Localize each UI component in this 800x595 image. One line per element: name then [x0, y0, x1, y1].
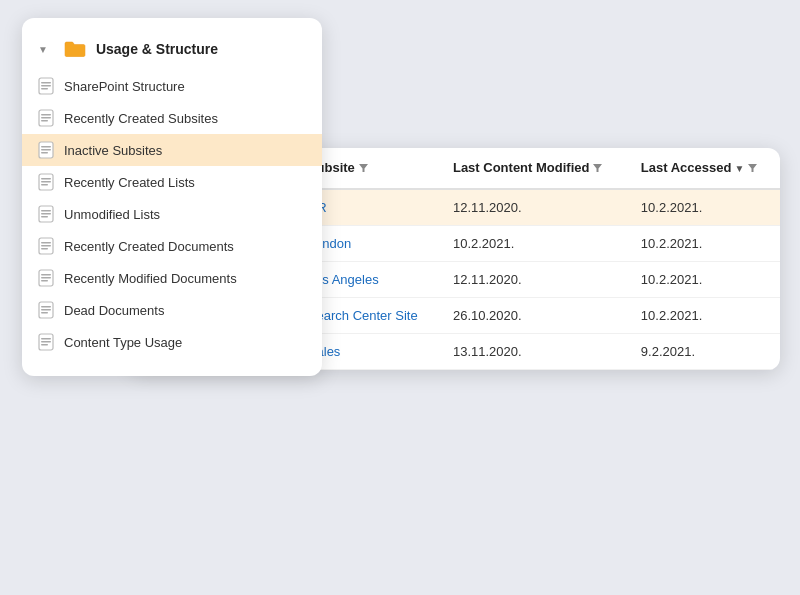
doc-icon: [38, 77, 54, 95]
sidebar-item-label: SharePoint Structure: [64, 79, 185, 94]
cell-last-content-modified: 12.11.2020.: [439, 189, 627, 226]
doc-icon: [38, 301, 54, 319]
cell-last-accessed: 9.2.2021.: [627, 334, 780, 370]
svg-rect-17: [41, 210, 51, 212]
svg-rect-29: [41, 306, 51, 308]
svg-rect-3: [41, 88, 48, 90]
col-label: Last Accessed: [641, 160, 732, 175]
svg-rect-7: [41, 120, 48, 122]
svg-rect-27: [41, 280, 48, 282]
svg-rect-23: [41, 248, 48, 250]
doc-icon: [38, 237, 54, 255]
svg-rect-19: [41, 216, 48, 218]
sidebar-item-label: Inactive Subsites: [64, 143, 162, 158]
sidebar-item-label: Recently Created Documents: [64, 239, 234, 254]
sidebar-item-unmodified-lists[interactable]: Unmodified Lists: [22, 198, 322, 230]
doc-icon: [38, 205, 54, 223]
sidebar-item-recently-created-lists[interactable]: Recently Created Lists: [22, 166, 322, 198]
svg-rect-35: [41, 344, 48, 346]
sidebar-item-label: Recently Created Lists: [64, 175, 195, 190]
sidebar-title: Usage & Structure: [96, 41, 218, 57]
doc-icon: [38, 141, 54, 159]
svg-rect-11: [41, 152, 48, 154]
sidebar-item-recently-created-documents[interactable]: Recently Created Documents: [22, 230, 322, 262]
sidebar-item-label: Recently Modified Documents: [64, 271, 237, 286]
svg-rect-30: [41, 309, 51, 311]
col-header-last-accessed[interactable]: Last Accessed▼: [627, 148, 780, 189]
sidebar-item-label: Dead Documents: [64, 303, 164, 318]
svg-rect-6: [41, 117, 51, 119]
sidebar-panel: ▼ Usage & Structure SharePoint Structure…: [22, 18, 322, 376]
svg-rect-13: [41, 178, 51, 180]
doc-icon: [38, 109, 54, 127]
col-header-last-content-modified[interactable]: Last Content Modified: [439, 148, 627, 189]
sidebar-header: ▼ Usage & Structure: [22, 36, 322, 70]
svg-rect-14: [41, 181, 51, 183]
svg-rect-22: [41, 245, 51, 247]
filter-icon[interactable]: [592, 161, 603, 176]
sidebar-item-sharepoint-structure[interactable]: SharePoint Structure: [22, 70, 322, 102]
sidebar-items-container: SharePoint Structure Recently Created Su…: [22, 70, 322, 358]
sort-down-icon[interactable]: ▼: [734, 163, 744, 174]
cell-last-content-modified: 12.11.2020.: [439, 262, 627, 298]
sidebar-item-recently-modified-documents[interactable]: Recently Modified Documents: [22, 262, 322, 294]
svg-marker-38: [593, 164, 602, 172]
svg-rect-2: [41, 85, 51, 87]
cell-last-accessed: 10.2.2021.: [627, 298, 780, 334]
doc-icon: [38, 173, 54, 191]
svg-marker-37: [359, 164, 368, 172]
cell-last-content-modified: 13.11.2020.: [439, 334, 627, 370]
doc-icon: [38, 333, 54, 351]
svg-rect-10: [41, 149, 51, 151]
svg-rect-18: [41, 213, 51, 215]
sidebar-item-label: Content Type Usage: [64, 335, 182, 350]
svg-rect-1: [41, 82, 51, 84]
svg-rect-33: [41, 338, 51, 340]
svg-rect-5: [41, 114, 51, 116]
subsite-link[interactable]: Search Center Site: [308, 308, 418, 323]
svg-rect-15: [41, 184, 48, 186]
sidebar-item-label: Unmodified Lists: [64, 207, 160, 222]
doc-icon: [38, 269, 54, 287]
svg-rect-21: [41, 242, 51, 244]
filter-icon[interactable]: [358, 161, 369, 176]
cell-last-accessed: 10.2.2021.: [627, 189, 780, 226]
sidebar-item-recently-created-subsites[interactable]: Recently Created Subsites: [22, 102, 322, 134]
svg-rect-25: [41, 274, 51, 276]
chevron-icon: ▼: [38, 44, 48, 55]
svg-marker-39: [748, 164, 757, 172]
svg-rect-26: [41, 277, 51, 279]
sidebar-item-inactive-subsites[interactable]: Inactive Subsites: [22, 134, 322, 166]
folder-icon: [64, 40, 86, 58]
sidebar-item-dead-documents[interactable]: Dead Documents: [22, 294, 322, 326]
sidebar-item-label: Recently Created Subsites: [64, 111, 218, 126]
cell-last-accessed: 10.2.2021.: [627, 226, 780, 262]
svg-rect-9: [41, 146, 51, 148]
filter-icon[interactable]: [747, 161, 758, 176]
cell-last-accessed: 10.2.2021.: [627, 262, 780, 298]
cell-last-content-modified: 26.10.2020.: [439, 298, 627, 334]
svg-rect-34: [41, 341, 51, 343]
col-label: Last Content Modified: [453, 160, 590, 175]
svg-rect-31: [41, 312, 48, 314]
sidebar-item-content-type-usage[interactable]: Content Type Usage: [22, 326, 322, 358]
cell-last-content-modified: 10.2.2021.: [439, 226, 627, 262]
